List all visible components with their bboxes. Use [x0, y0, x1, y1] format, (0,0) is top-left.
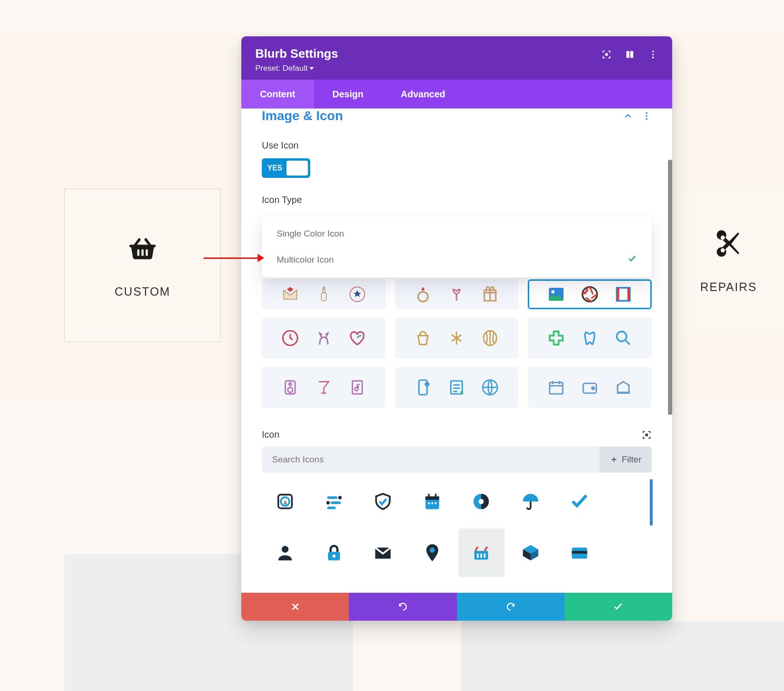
use-icon-toggle[interactable]: YES	[262, 158, 310, 178]
tab-content[interactable]: Content	[241, 80, 314, 108]
iconset-item[interactable]	[395, 367, 519, 408]
svg-rect-39	[327, 507, 335, 509]
iconset-item[interactable]	[395, 318, 519, 359]
gear-split-icon	[471, 491, 491, 512]
icon-cell[interactable]	[262, 528, 308, 577]
icon-cell[interactable]	[556, 528, 602, 577]
cancel-button[interactable]	[241, 593, 349, 621]
iconset-item[interactable]	[262, 318, 386, 359]
svg-rect-35	[327, 496, 337, 499]
chevron-up-icon[interactable]	[623, 111, 633, 121]
card-repairs[interactable]: REPAIRS	[673, 189, 784, 333]
iconset-item[interactable]	[528, 367, 652, 408]
svg-rect-54	[477, 554, 479, 558]
svg-rect-16	[617, 288, 619, 301]
heart-leaf-icon	[348, 328, 367, 348]
icon-cell[interactable]	[311, 477, 357, 526]
svg-rect-45	[431, 502, 433, 504]
svg-point-48	[281, 546, 288, 553]
speaker-icon	[280, 378, 300, 397]
svg-point-10	[418, 292, 428, 302]
iconset-item[interactable]	[395, 279, 519, 309]
shield-check-icon	[373, 491, 393, 512]
focus-icon[interactable]	[641, 430, 652, 440]
icon-cell[interactable]	[507, 528, 553, 577]
envelope-icon	[280, 285, 300, 304]
plus-icon	[610, 455, 618, 464]
icon-cell[interactable]	[409, 477, 455, 526]
card-label: REPAIRS	[700, 280, 757, 294]
svg-rect-6	[321, 293, 327, 301]
image-icon	[546, 285, 566, 304]
iconset-item[interactable]	[262, 367, 386, 408]
cat-icon	[314, 328, 334, 348]
more-icon[interactable]	[648, 49, 658, 60]
calendar-solid-icon	[422, 491, 443, 512]
card-icon	[569, 542, 590, 563]
icon-cell[interactable]	[360, 477, 406, 526]
icon-cell[interactable]	[409, 528, 455, 577]
icon-cell[interactable]	[458, 477, 504, 526]
settings-panel: Blurb Settings Preset: Default Content D…	[241, 36, 672, 621]
icon-cell[interactable]	[507, 477, 553, 526]
svg-point-36	[338, 496, 341, 499]
toggle-knob	[286, 161, 308, 176]
film-icon	[614, 285, 633, 304]
basket-icon	[127, 233, 158, 266]
dropdown-option-multicolor[interactable]: Multicolor Icon	[262, 246, 652, 273]
basket-icon	[471, 542, 491, 563]
iconset-item[interactable]	[528, 318, 652, 359]
svg-rect-17	[627, 288, 630, 301]
icon-cell[interactable]	[360, 528, 406, 577]
svg-point-4	[646, 115, 648, 117]
more-icon[interactable]	[641, 111, 652, 121]
filter-button[interactable]: Filter	[600, 447, 652, 473]
chevron-down-icon	[309, 67, 314, 70]
clock-icon	[280, 328, 300, 348]
icon-cell-empty	[606, 477, 652, 526]
icon-type-dropdown[interactable]: Single Color Icon Multicolor Icon	[262, 217, 652, 278]
svg-point-13	[552, 290, 555, 293]
svg-point-26	[425, 382, 430, 387]
svg-point-31	[592, 387, 594, 389]
svg-point-20	[617, 332, 627, 341]
search-input[interactable]	[262, 454, 600, 465]
tab-advanced[interactable]: Advanced	[382, 80, 464, 108]
use-icon-label: Use Icon	[262, 140, 652, 151]
svg-point-2	[652, 57, 654, 59]
dropdown-option-single[interactable]: Single Color Icon	[262, 221, 652, 246]
columns-icon[interactable]	[625, 49, 635, 60]
section-header[interactable]: Image & Icon	[262, 108, 652, 123]
scrollbar-thumb[interactable]	[668, 160, 672, 415]
tab-design[interactable]: Design	[314, 80, 382, 108]
svg-point-23	[289, 383, 291, 385]
icon-cell[interactable]	[556, 477, 602, 526]
svg-rect-7	[322, 290, 325, 293]
icon-scrollbar[interactable]	[650, 479, 653, 526]
badge-icon: a	[275, 491, 295, 512]
svg-rect-37	[331, 501, 341, 504]
bank-icon	[614, 378, 633, 397]
panel-body: Image & Icon Use Icon YES Icon Type Sing…	[241, 108, 672, 593]
icon-cell[interactable]: a	[262, 477, 308, 526]
iconset-item-selected[interactable]	[528, 279, 652, 309]
save-button[interactable]	[565, 593, 672, 621]
undo-button[interactable]	[349, 593, 457, 621]
preset-label[interactable]: Preset: Default	[255, 64, 338, 73]
wallet-icon	[580, 378, 600, 397]
toggle-value: YES	[267, 164, 282, 172]
star-badge-icon	[348, 285, 367, 304]
card-custom[interactable]: CUSTOM	[64, 189, 221, 342]
svg-rect-55	[480, 554, 482, 558]
icon-cell[interactable]	[311, 528, 357, 577]
redo-button[interactable]	[457, 593, 565, 621]
iconset-item[interactable]	[262, 279, 386, 309]
check-icon	[627, 254, 637, 265]
checklist-icon	[447, 378, 466, 397]
sparkle-icon	[447, 328, 466, 348]
phone-gear-icon	[413, 378, 433, 397]
icon-cell-highlight[interactable]	[458, 528, 504, 577]
svg-rect-29	[550, 383, 563, 394]
focus-icon[interactable]	[601, 49, 612, 60]
tooth-icon	[580, 328, 600, 348]
